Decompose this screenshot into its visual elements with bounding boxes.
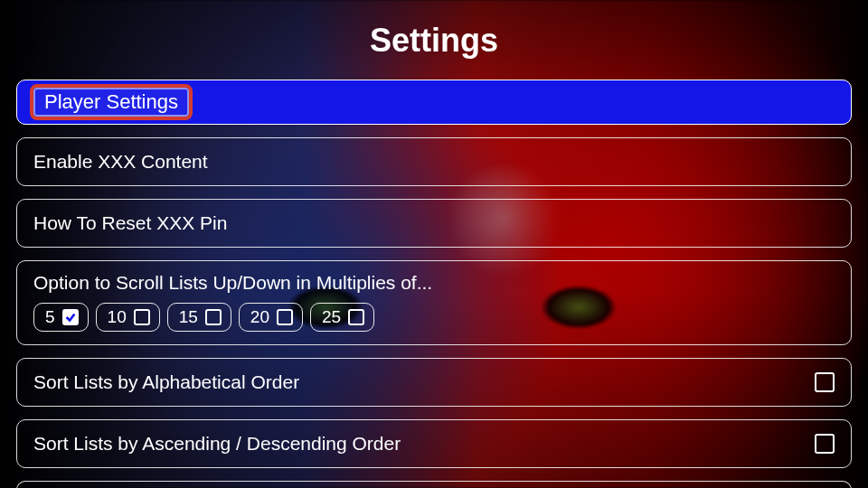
row-how-to-reset-xxx-pin[interactable]: How To Reset XXX Pin: [16, 199, 852, 248]
row-label: Enable XXX Content: [33, 151, 208, 173]
selection-highlight: Player Settings: [30, 84, 193, 120]
row-partial-next[interactable]: [16, 481, 852, 488]
row-label: Option to Scroll Lists Up/Down in Multip…: [33, 272, 835, 294]
option-value: 20: [250, 307, 269, 327]
settings-screen: Settings Player Settings Enable XXX Cont…: [0, 0, 868, 488]
checkbox-icon: [277, 309, 293, 325]
option-value: 5: [45, 307, 55, 327]
row-label: Player Settings: [44, 90, 178, 114]
scroll-option-20[interactable]: 20: [239, 303, 303, 332]
checkbox-icon: [815, 372, 835, 392]
checkbox-icon: [815, 434, 835, 454]
row-label: Sort Lists by Ascending / Descending Ord…: [33, 433, 401, 455]
row-scroll-multiplies: Option to Scroll Lists Up/Down in Multip…: [16, 260, 852, 345]
scroll-options: 5 10 15 20 25: [33, 303, 835, 332]
scroll-option-10[interactable]: 10: [96, 303, 160, 332]
scroll-option-5[interactable]: 5: [33, 303, 89, 332]
page-title: Settings: [16, 22, 852, 60]
option-value: 15: [179, 307, 198, 327]
row-sort-asc-desc[interactable]: Sort Lists by Ascending / Descending Ord…: [16, 419, 852, 468]
row-player-settings[interactable]: Player Settings: [16, 80, 852, 125]
checkbox-icon: [134, 309, 150, 325]
row-label: How To Reset XXX Pin: [33, 212, 227, 234]
row-label: Sort Lists by Alphabetical Order: [33, 371, 299, 393]
scroll-option-15[interactable]: 15: [167, 303, 231, 332]
checkbox-icon: [348, 309, 364, 325]
option-value: 10: [108, 307, 127, 327]
row-sort-alphabetical[interactable]: Sort Lists by Alphabetical Order: [16, 358, 852, 407]
scroll-option-25[interactable]: 25: [310, 303, 374, 332]
row-enable-xxx-content[interactable]: Enable XXX Content: [16, 137, 852, 186]
checkbox-icon: [205, 309, 222, 325]
option-value: 25: [322, 307, 341, 327]
checkbox-icon: [62, 309, 79, 325]
